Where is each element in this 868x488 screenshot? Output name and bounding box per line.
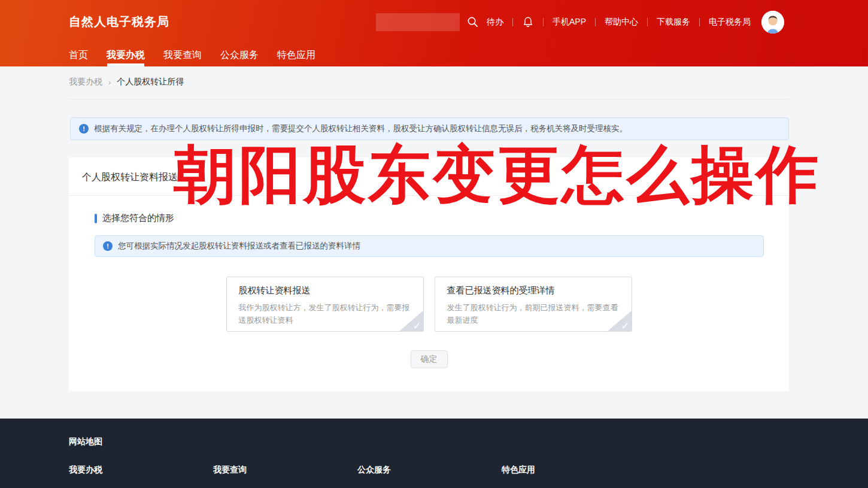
footer-columns: 我要办税 专项附加扣除填报 我要查询 申报信息查询 公众服务 票证查验 特色应用 bbox=[69, 465, 789, 488]
sitemap-title: 网站地图 bbox=[69, 437, 789, 447]
notification-bell-icon[interactable] bbox=[522, 16, 534, 28]
header: 自然人电子税务局 待办 手机APP 帮助中心 下载服务 bbox=[0, 0, 868, 66]
separator bbox=[543, 18, 544, 26]
option-description: 发生了股权转让行为，前期已报送资料，需要查看最新进度 bbox=[447, 301, 620, 327]
search-input[interactable] bbox=[376, 13, 460, 31]
confirm-button[interactable]: 确定 bbox=[411, 350, 448, 368]
nav-tax-services[interactable]: 我要办税 bbox=[107, 44, 145, 66]
breadcrumb-current: 个人股权转让所得 bbox=[117, 77, 184, 87]
info-icon: ! bbox=[79, 124, 89, 134]
footer-col-tax-services: 我要办税 专项附加扣除填报 bbox=[69, 465, 213, 488]
breadcrumb-parent[interactable]: 我要办税 bbox=[69, 77, 102, 87]
hint-text: 您可根据实际情况发起股权转让资料报送或者查看已报送的资料详情 bbox=[118, 241, 360, 251]
footer-col-title: 公众服务 bbox=[357, 465, 502, 475]
footer-col-public-services: 公众服务 票证查验 bbox=[357, 465, 502, 488]
header-top-bar: 自然人电子税务局 待办 手机APP 帮助中心 下载服务 bbox=[0, 0, 868, 44]
etax-bureau-link[interactable]: 电子税务局 bbox=[709, 17, 751, 28]
user-avatar[interactable] bbox=[761, 11, 784, 34]
panel-title: 个人股权转让资料报送 bbox=[69, 157, 789, 196]
info-icon: ! bbox=[103, 241, 113, 251]
section-hint-alert: ! 您可根据实际情况发起股权转让资料报送或者查看已报送的资料详情 bbox=[95, 235, 764, 257]
option-submit-transfer-materials[interactable]: 股权转让资料报送 我作为股权转让方，发生了股权转让行为，需要报送股权转让资料 ✓ bbox=[226, 277, 424, 332]
option-title: 股权转让资料报送 bbox=[239, 285, 411, 296]
site-logo: 自然人电子税务局 bbox=[69, 14, 169, 30]
section-header: 选择您符合的情形 bbox=[95, 213, 789, 224]
main-nav: 首页 我要办税 我要查询 公众服务 特色应用 bbox=[0, 44, 868, 66]
alert-text: 根据有关规定，在办理个人股权转让所得申报时，需要提交个人股权转让相关资料，股权受… bbox=[94, 123, 627, 134]
check-icon: ✓ bbox=[412, 321, 421, 331]
footer: 网站地图 我要办税 专项附加扣除填报 我要查询 申报信息查询 公众服务 票证查验… bbox=[0, 419, 868, 488]
footer-col-inquiry: 我要查询 申报信息查询 bbox=[213, 465, 357, 488]
option-card-group: 股权转让资料报送 我作为股权转让方，发生了股权转让行为，需要报送股权转让资料 ✓… bbox=[69, 277, 789, 332]
search-icon[interactable] bbox=[467, 16, 478, 28]
nav-public-services[interactable]: 公众服务 bbox=[220, 44, 259, 66]
breadcrumb: 我要办税 › 个人股权转让所得 bbox=[69, 66, 789, 99]
download-service-link[interactable]: 下载服务 bbox=[657, 17, 690, 28]
section-accent-bar bbox=[95, 214, 97, 223]
option-title: 查看已报送资料的受理详情 bbox=[447, 285, 620, 296]
section-title: 选择您符合的情形 bbox=[102, 213, 174, 224]
check-icon: ✓ bbox=[621, 321, 629, 331]
separator bbox=[647, 18, 648, 26]
header-right-tools: 待办 手机APP 帮助中心 下载服务 电子税务局 bbox=[376, 11, 784, 34]
footer-col-title: 特色应用 bbox=[502, 465, 646, 475]
footer-col-title: 我要办税 bbox=[69, 465, 213, 475]
nav-home[interactable]: 首页 bbox=[69, 44, 88, 66]
nav-inquiry[interactable]: 我要查询 bbox=[163, 44, 202, 66]
help-center-link[interactable]: 帮助中心 bbox=[605, 17, 638, 28]
mobile-app-link[interactable]: 手机APP bbox=[553, 17, 586, 28]
footer-col-featured-apps: 特色应用 bbox=[502, 465, 646, 488]
page-info-alert: ! 根据有关规定，在办理个人股权转让所得申报时，需要提交个人股权转让相关资料，股… bbox=[70, 117, 789, 140]
footer-col-title: 我要查询 bbox=[213, 465, 357, 475]
main-panel: 个人股权转让资料报送 选择您符合的情形 ! 您可根据实际情况发起股权转让资料报送… bbox=[69, 157, 789, 391]
nav-featured-apps[interactable]: 特色应用 bbox=[277, 44, 315, 66]
separator bbox=[512, 18, 513, 26]
option-view-submitted-materials[interactable]: 查看已报送资料的受理详情 发生了股权转让行为，前期已报送资料，需要查看最新进度 … bbox=[435, 277, 632, 332]
separator bbox=[595, 18, 596, 26]
todo-link[interactable]: 待办 bbox=[487, 17, 503, 28]
option-description: 我作为股权转让方，发生了股权转让行为，需要报送股权转让资料 bbox=[239, 301, 411, 327]
separator bbox=[699, 18, 700, 26]
chevron-right-icon: › bbox=[108, 78, 111, 87]
